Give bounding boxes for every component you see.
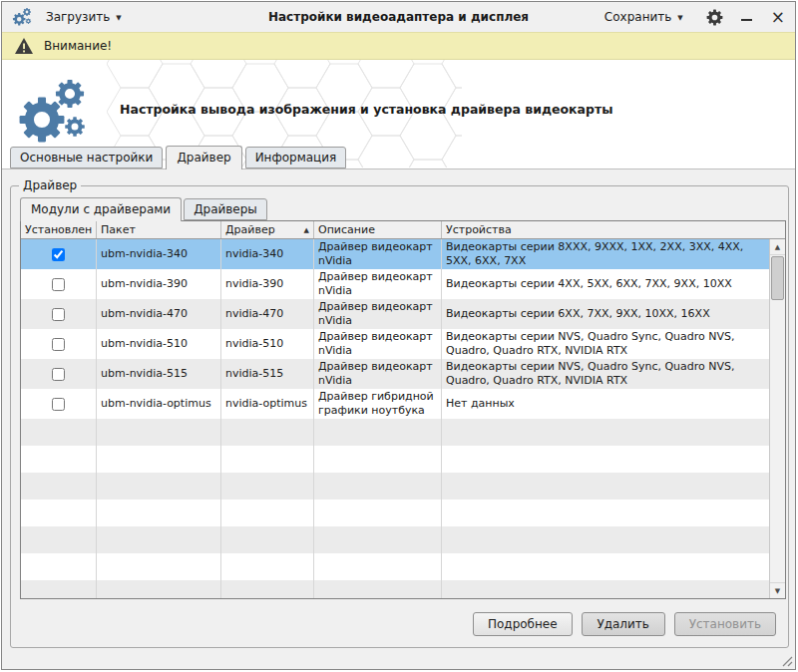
empty-cell: [21, 526, 97, 553]
installed-checkbox[interactable]: [52, 398, 65, 411]
installed-checkbox[interactable]: [52, 308, 65, 321]
driver-cell: nvidia-510: [221, 329, 314, 359]
empty-cell: [442, 526, 769, 553]
devices-cell: Видеокарты серии 6XX, 7XX, 9XX, 10XX, 16…: [442, 299, 769, 329]
driver-cell: nvidia-340: [221, 239, 314, 269]
empty-cell: [314, 500, 442, 526]
package-cell: ubm-nvidia-optimus: [97, 389, 221, 419]
description-cell: Драйвер видеокарт nVidia: [314, 359, 442, 389]
empty-row: [21, 446, 769, 473]
installed-cell: [21, 389, 97, 419]
load-menu-button[interactable]: Загрузить ▼: [40, 7, 128, 27]
empty-cell: [97, 553, 221, 580]
empty-cell: [21, 553, 97, 580]
driver-table: Установлен Пакет Драйвер ▲ Описание Устр…: [20, 220, 786, 599]
package-cell: ubm-nvidia-340: [97, 239, 221, 269]
settings-gear-icon[interactable]: [706, 9, 723, 26]
empty-row: [21, 473, 769, 500]
package-cell: ubm-nvidia-390: [97, 269, 221, 299]
tab-panel: Драйвер Модули с драйверами Драйверы Уст…: [2, 168, 795, 669]
empty-row: [21, 526, 769, 553]
minimize-button[interactable]: [740, 10, 754, 24]
table-row[interactable]: ubm-nvidia-optimusnvidia-optimusДрайвер …: [21, 389, 769, 419]
description-cell: Драйвер гибридной графики ноутбука: [314, 389, 442, 419]
installed-checkbox[interactable]: [52, 278, 65, 291]
installed-cell: [21, 269, 97, 299]
tab-driver[interactable]: Драйвер: [166, 146, 241, 169]
scrollbar-thumb[interactable]: [771, 256, 784, 300]
empty-cell: [442, 553, 769, 580]
column-header-devices[interactable]: Устройства: [442, 221, 785, 238]
empty-cell: [221, 580, 314, 598]
package-cell: ubm-nvidia-515: [97, 359, 221, 389]
vertical-scrollbar[interactable]: ▲ ▼: [769, 239, 785, 598]
table-body: ubm-nvidia-340nvidia-340Драйвер видеокар…: [21, 239, 769, 598]
tab-basic-settings[interactable]: Основные настройки: [10, 147, 163, 168]
column-header-installed[interactable]: Установлен: [21, 221, 97, 238]
empty-cell: [314, 526, 442, 553]
resize-grip[interactable]: [779, 653, 793, 667]
subtab-drivers[interactable]: Драйверы: [184, 198, 267, 220]
window-title: Настройки видеоадаптера и дисплея: [122, 10, 675, 24]
installed-cell: [21, 299, 97, 329]
empty-row: [21, 553, 769, 580]
empty-cell: [221, 526, 314, 553]
description-cell: Драйвер видеокарт nVidia: [314, 299, 442, 329]
warning-icon: [14, 37, 34, 55]
close-button[interactable]: ×: [771, 10, 785, 24]
subtab-driver-modules[interactable]: Модули с драйверами: [20, 197, 182, 221]
empty-cell: [221, 500, 314, 526]
table-row[interactable]: ubm-nvidia-390nvidia-390Драйвер видеокар…: [21, 269, 769, 299]
empty-cell: [21, 473, 97, 500]
driver-cell: nvidia-390: [221, 269, 314, 299]
empty-cell: [221, 446, 314, 473]
warning-text: Внимание!: [44, 39, 112, 53]
install-button[interactable]: Установить: [674, 612, 776, 636]
column-header-description[interactable]: Описание: [314, 221, 442, 238]
action-buttons: Подробнее Удалить Установить: [473, 612, 776, 636]
empty-cell: [314, 580, 442, 598]
installed-checkbox[interactable]: [52, 248, 65, 261]
table-row[interactable]: ubm-nvidia-515nvidia-515Драйвер видеокар…: [21, 359, 769, 389]
chevron-down-icon: ▼: [677, 14, 682, 22]
devices-cell: Нет данных: [442, 389, 769, 419]
scroll-down-button[interactable]: ▼: [770, 582, 785, 598]
installed-checkbox[interactable]: [52, 368, 65, 381]
save-menu-button[interactable]: Сохранить ▼: [598, 7, 689, 27]
empty-cell: [221, 553, 314, 580]
app-gears-icon: [12, 7, 32, 27]
empty-row: [21, 580, 769, 598]
minimize-icon: [741, 19, 752, 21]
installed-cell: [21, 239, 97, 269]
devices-cell: Видеокарты серии 4XX, 5XX, 6XX, 7XX, 9XX…: [442, 269, 769, 299]
devices-cell: Видеокарты серии NVS, Quadro Sync, Quadr…: [442, 359, 769, 389]
empty-cell: [314, 553, 442, 580]
groupbox-label: Драйвер: [19, 178, 81, 192]
delete-button[interactable]: Удалить: [582, 612, 665, 636]
empty-cell: [21, 500, 97, 526]
table-row[interactable]: ubm-nvidia-510nvidia-510Драйвер видеокар…: [21, 329, 769, 359]
column-header-package[interactable]: Пакет: [97, 221, 221, 238]
empty-cell: [442, 580, 769, 598]
column-header-driver[interactable]: Драйвер ▲: [221, 221, 314, 238]
installed-checkbox[interactable]: [52, 338, 65, 351]
driver-cell: nvidia-optimus: [221, 389, 314, 419]
driver-groupbox: Драйвер Модули с драйверами Драйверы Уст…: [10, 185, 789, 648]
description-cell: Драйвер видеокарт nVidia: [314, 239, 442, 269]
tab-information[interactable]: Информация: [245, 147, 347, 168]
banner-heading: Настройка вывода изображения и установка…: [120, 102, 612, 117]
empty-cell: [21, 419, 97, 446]
empty-cell: [442, 446, 769, 473]
table-row[interactable]: ubm-nvidia-340nvidia-340Драйвер видеокар…: [21, 239, 769, 269]
details-button[interactable]: Подробнее: [473, 612, 573, 636]
empty-cell: [221, 419, 314, 446]
titlebar: Загрузить ▼ Настройки видеоадаптера и ди…: [2, 2, 795, 32]
driver-cell: nvidia-470: [221, 299, 314, 329]
table-row[interactable]: ubm-nvidia-470nvidia-470Драйвер видеокар…: [21, 299, 769, 329]
empty-cell: [221, 473, 314, 500]
scroll-up-button[interactable]: ▲: [770, 239, 785, 255]
empty-cell: [97, 419, 221, 446]
empty-cell: [97, 500, 221, 526]
empty-row: [21, 419, 769, 446]
empty-cell: [97, 580, 221, 598]
